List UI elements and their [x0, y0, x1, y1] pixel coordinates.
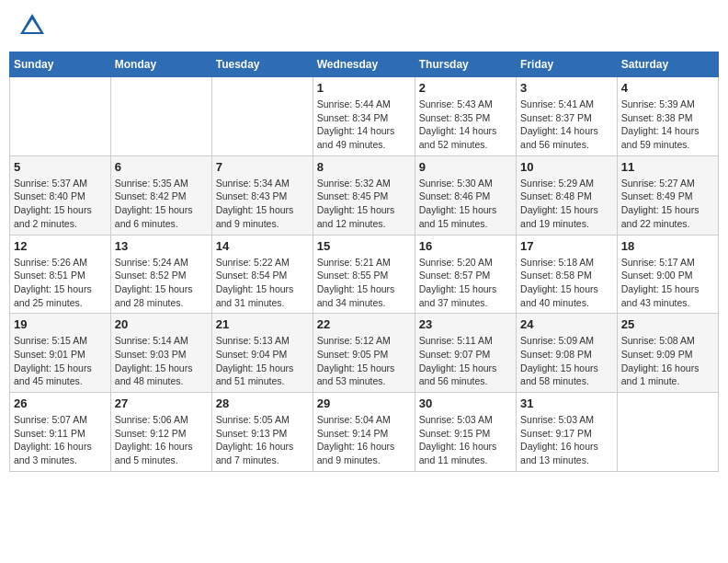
- day-info: Sunrise: 5:03 AMSunset: 9:17 PMDaylight:…: [520, 413, 613, 467]
- day-number: 9: [419, 160, 512, 174]
- calendar-cell: 3Sunrise: 5:41 AMSunset: 8:37 PMDaylight…: [517, 77, 618, 156]
- day-info: Sunrise: 5:21 AMSunset: 8:55 PMDaylight:…: [317, 256, 411, 310]
- calendar-cell: [617, 393, 718, 472]
- day-info: Sunrise: 5:13 AMSunset: 9:04 PMDaylight:…: [216, 334, 309, 388]
- calendar-cell: 5Sunrise: 5:37 AMSunset: 8:40 PMDaylight…: [10, 155, 111, 235]
- day-info: Sunrise: 5:12 AMSunset: 9:05 PMDaylight:…: [317, 334, 411, 388]
- day-info: Sunrise: 5:08 AMSunset: 9:09 PMDaylight:…: [621, 334, 714, 388]
- calendar-cell: 14Sunrise: 5:22 AMSunset: 8:54 PMDayligh…: [211, 235, 313, 314]
- weekday-header: Sunday: [10, 52, 111, 77]
- day-number: 27: [115, 396, 208, 410]
- day-number: 19: [14, 317, 107, 331]
- day-info: Sunrise: 5:35 AMSunset: 8:42 PMDaylight:…: [115, 177, 208, 231]
- day-number: 24: [520, 317, 613, 331]
- calendar-cell: 11Sunrise: 5:27 AMSunset: 8:49 PMDayligh…: [617, 155, 718, 235]
- day-number: 15: [317, 239, 411, 253]
- day-info: Sunrise: 5:39 AMSunset: 8:38 PMDaylight:…: [621, 98, 714, 152]
- weekday-header: Friday: [517, 52, 618, 77]
- weekday-header: Tuesday: [211, 52, 313, 77]
- day-info: Sunrise: 5:07 AMSunset: 9:11 PMDaylight:…: [14, 413, 107, 467]
- calendar-cell: 23Sunrise: 5:11 AMSunset: 9:07 PMDayligh…: [415, 314, 516, 393]
- day-number: 11: [621, 160, 714, 174]
- calendar-cell: 9Sunrise: 5:30 AMSunset: 8:46 PMDaylight…: [415, 155, 516, 235]
- calendar-cell: 24Sunrise: 5:09 AMSunset: 9:08 PMDayligh…: [517, 314, 618, 393]
- calendar-cell: 12Sunrise: 5:26 AMSunset: 8:51 PMDayligh…: [10, 235, 111, 314]
- day-number: 23: [419, 317, 512, 331]
- calendar-cell: 1Sunrise: 5:44 AMSunset: 8:34 PMDaylight…: [313, 77, 415, 156]
- calendar-cell: [211, 77, 313, 156]
- calendar-cell: 25Sunrise: 5:08 AMSunset: 9:09 PMDayligh…: [617, 314, 718, 393]
- calendar-week-row: 26Sunrise: 5:07 AMSunset: 9:11 PMDayligh…: [10, 393, 719, 472]
- day-info: Sunrise: 5:32 AMSunset: 8:45 PMDaylight:…: [317, 177, 411, 231]
- day-info: Sunrise: 5:37 AMSunset: 8:40 PMDaylight:…: [14, 177, 107, 231]
- calendar-header-row: SundayMondayTuesdayWednesdayThursdayFrid…: [10, 52, 719, 77]
- day-info: Sunrise: 5:09 AMSunset: 9:08 PMDaylight:…: [520, 334, 613, 388]
- calendar-week-row: 12Sunrise: 5:26 AMSunset: 8:51 PMDayligh…: [10, 235, 719, 314]
- calendar-cell: [110, 77, 211, 156]
- calendar-cell: 30Sunrise: 5:03 AMSunset: 9:15 PMDayligh…: [415, 393, 516, 472]
- day-info: Sunrise: 5:43 AMSunset: 8:35 PMDaylight:…: [419, 98, 512, 152]
- calendar-cell: 7Sunrise: 5:34 AMSunset: 8:43 PMDaylight…: [211, 155, 313, 235]
- calendar-cell: 31Sunrise: 5:03 AMSunset: 9:17 PMDayligh…: [517, 393, 618, 472]
- day-info: Sunrise: 5:06 AMSunset: 9:12 PMDaylight:…: [115, 413, 208, 467]
- calendar-cell: 19Sunrise: 5:15 AMSunset: 9:01 PMDayligh…: [10, 314, 111, 393]
- day-number: 2: [419, 81, 512, 95]
- day-number: 16: [419, 239, 512, 253]
- day-number: 31: [520, 396, 613, 410]
- page-header: [9, 9, 719, 44]
- day-number: 5: [14, 160, 107, 174]
- day-info: Sunrise: 5:17 AMSunset: 9:00 PMDaylight:…: [621, 256, 714, 310]
- weekday-header: Saturday: [617, 52, 718, 77]
- calendar-cell: 20Sunrise: 5:14 AMSunset: 9:03 PMDayligh…: [110, 314, 211, 393]
- day-number: 22: [317, 317, 411, 331]
- calendar-cell: 6Sunrise: 5:35 AMSunset: 8:42 PMDaylight…: [110, 155, 211, 235]
- calendar-cell: 28Sunrise: 5:05 AMSunset: 9:13 PMDayligh…: [211, 393, 313, 472]
- calendar-cell: 15Sunrise: 5:21 AMSunset: 8:55 PMDayligh…: [313, 235, 415, 314]
- day-number: 18: [621, 239, 714, 253]
- day-info: Sunrise: 5:15 AMSunset: 9:01 PMDaylight:…: [14, 334, 107, 388]
- day-info: Sunrise: 5:30 AMSunset: 8:46 PMDaylight:…: [419, 177, 512, 231]
- calendar-cell: 26Sunrise: 5:07 AMSunset: 9:11 PMDayligh…: [10, 393, 111, 472]
- day-number: 17: [520, 239, 613, 253]
- logo: [18, 14, 48, 40]
- day-info: Sunrise: 5:34 AMSunset: 8:43 PMDaylight:…: [216, 177, 309, 231]
- calendar-week-row: 19Sunrise: 5:15 AMSunset: 9:01 PMDayligh…: [10, 314, 719, 393]
- day-info: Sunrise: 5:41 AMSunset: 8:37 PMDaylight:…: [520, 98, 613, 152]
- day-info: Sunrise: 5:03 AMSunset: 9:15 PMDaylight:…: [419, 413, 512, 467]
- day-number: 13: [115, 239, 208, 253]
- logo-icon: [18, 12, 46, 38]
- calendar-cell: 13Sunrise: 5:24 AMSunset: 8:52 PMDayligh…: [110, 235, 211, 314]
- calendar-cell: 18Sunrise: 5:17 AMSunset: 9:00 PMDayligh…: [617, 235, 718, 314]
- day-info: Sunrise: 5:04 AMSunset: 9:14 PMDaylight:…: [317, 413, 411, 467]
- day-number: 29: [317, 396, 411, 410]
- calendar-cell: 2Sunrise: 5:43 AMSunset: 8:35 PMDaylight…: [415, 77, 516, 156]
- weekday-header: Wednesday: [313, 52, 415, 77]
- calendar-cell: 21Sunrise: 5:13 AMSunset: 9:04 PMDayligh…: [211, 314, 313, 393]
- day-info: Sunrise: 5:44 AMSunset: 8:34 PMDaylight:…: [317, 98, 411, 152]
- day-info: Sunrise: 5:05 AMSunset: 9:13 PMDaylight:…: [216, 413, 309, 467]
- calendar-week-row: 5Sunrise: 5:37 AMSunset: 8:40 PMDaylight…: [10, 155, 719, 235]
- calendar-cell: 27Sunrise: 5:06 AMSunset: 9:12 PMDayligh…: [110, 393, 211, 472]
- day-number: 28: [216, 396, 309, 410]
- day-number: 1: [317, 81, 411, 95]
- day-number: 6: [115, 160, 208, 174]
- day-number: 7: [216, 160, 309, 174]
- day-number: 30: [419, 396, 512, 410]
- calendar-table: SundayMondayTuesdayWednesdayThursdayFrid…: [9, 52, 719, 472]
- calendar-cell: 17Sunrise: 5:18 AMSunset: 8:58 PMDayligh…: [517, 235, 618, 314]
- day-info: Sunrise: 5:27 AMSunset: 8:49 PMDaylight:…: [621, 177, 714, 231]
- day-info: Sunrise: 5:24 AMSunset: 8:52 PMDaylight:…: [115, 256, 208, 310]
- calendar-cell: 8Sunrise: 5:32 AMSunset: 8:45 PMDaylight…: [313, 155, 415, 235]
- day-number: 12: [14, 239, 107, 253]
- day-number: 21: [216, 317, 309, 331]
- weekday-header: Monday: [110, 52, 211, 77]
- calendar-cell: 10Sunrise: 5:29 AMSunset: 8:48 PMDayligh…: [517, 155, 618, 235]
- day-number: 10: [520, 160, 613, 174]
- calendar-cell: [10, 77, 111, 156]
- day-info: Sunrise: 5:26 AMSunset: 8:51 PMDaylight:…: [14, 256, 107, 310]
- day-number: 14: [216, 239, 309, 253]
- day-number: 4: [621, 81, 714, 95]
- day-info: Sunrise: 5:14 AMSunset: 9:03 PMDaylight:…: [115, 334, 208, 388]
- calendar-week-row: 1Sunrise: 5:44 AMSunset: 8:34 PMDaylight…: [10, 77, 719, 156]
- calendar-cell: 22Sunrise: 5:12 AMSunset: 9:05 PMDayligh…: [313, 314, 415, 393]
